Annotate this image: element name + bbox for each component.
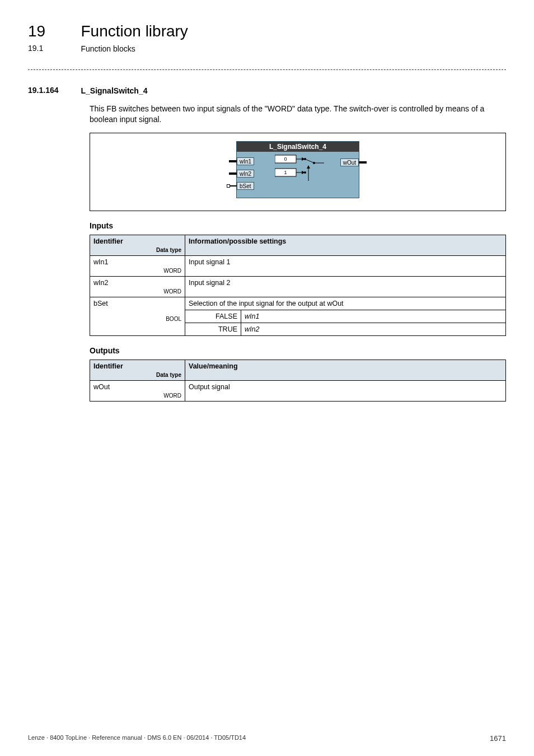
- page-footer: Lenze · 8400 TopLine · Reference manual …: [28, 734, 506, 743]
- cell-info: Input signal 1: [185, 255, 506, 276]
- svg-point-8: [304, 171, 306, 174]
- table-row: wIn2 WORD Input signal 2: [90, 276, 506, 297]
- chapter-header: 19 Function library: [28, 22, 506, 40]
- table-row: wOut WORD Output signal: [90, 380, 506, 401]
- divider: [28, 69, 506, 70]
- subsection-header: 19.1.164 L_SignalSwitch_4: [28, 86, 506, 96]
- cell-info: Output signal: [185, 380, 506, 401]
- section-header: 19.1 Function blocks: [28, 44, 506, 54]
- th-datatype: Data type: [93, 248, 181, 253]
- subsection-title: L_SignalSwitch_4: [81, 86, 147, 95]
- th-text: Identifier: [93, 362, 123, 370]
- switch-pos-0: 0: [284, 156, 287, 162]
- intro-paragraph: This FB switches between two input signa…: [90, 104, 506, 125]
- function-block-title: L_SignalSwitch_4: [237, 142, 359, 152]
- table-row: bSet BOOL Selection of the input signal …: [90, 297, 506, 310]
- th-datatype: Data type: [93, 372, 181, 378]
- switch-icon: 0 1: [275, 154, 325, 182]
- inputs-table: Identifier Data type Information/possibl…: [90, 235, 506, 336]
- cell-val: wIn1: [245, 312, 259, 320]
- cell-val: wIn2: [245, 325, 259, 333]
- switch-pos-1: 1: [284, 170, 287, 175]
- footer-text: Lenze · 8400 TopLine · Reference manual …: [28, 734, 246, 743]
- table-header-info: Information/possible settings: [185, 235, 506, 255]
- svg-point-7: [304, 158, 306, 160]
- cell-name: wOut: [93, 383, 110, 391]
- cell-key: FALSE: [185, 310, 241, 323]
- table-header-identifier: Identifier Data type: [90, 360, 185, 380]
- port-in-wIn1: wIn1: [237, 157, 254, 165]
- port-label: wIn2: [237, 170, 254, 178]
- outputs-heading: Outputs: [90, 346, 506, 355]
- subsection-number: 19.1.164: [28, 86, 78, 95]
- cell-name: wIn1: [93, 258, 108, 266]
- port-label: bSet: [237, 182, 254, 190]
- outputs-table: Identifier Data type Value/meaning wOut …: [90, 360, 506, 402]
- port-label: wIn1: [237, 157, 254, 165]
- svg-line-6: [305, 159, 314, 163]
- th-text: Identifier: [93, 237, 123, 245]
- chapter-number: 19: [28, 22, 78, 40]
- table-header-info: Value/meaning: [185, 360, 506, 380]
- section-title: Function blocks: [81, 44, 135, 53]
- section-number: 19.1: [28, 44, 78, 53]
- table-header-identifier: Identifier Data type: [90, 235, 185, 255]
- page-number: 1671: [490, 734, 506, 743]
- cell-name: wIn2: [93, 279, 108, 287]
- cell-info: Input signal 2: [185, 276, 506, 297]
- inputs-heading: Inputs: [90, 221, 506, 230]
- chapter-title: Function library: [81, 22, 188, 40]
- cell-info: Selection of the input signal for the ou…: [185, 297, 506, 310]
- function-block: L_SignalSwitch_4 wIn1 wOut wIn2: [236, 141, 359, 198]
- cell-type: WORD: [93, 268, 181, 274]
- port-out-wOut: wOut: [340, 158, 359, 166]
- port-in-wIn2: wIn2: [237, 170, 254, 178]
- cell-type: BOOL: [93, 316, 181, 322]
- cell-type: WORD: [93, 393, 181, 399]
- table-row: wIn1 WORD Input signal 1: [90, 255, 506, 276]
- port-label: wOut: [340, 158, 359, 166]
- cell-name: bSet: [93, 300, 108, 307]
- cell-type: WORD: [93, 289, 181, 295]
- port-in-bSet: bSet: [237, 182, 254, 190]
- svg-marker-12: [307, 165, 310, 169]
- block-diagram-frame: L_SignalSwitch_4 wIn1 wOut wIn2: [90, 133, 506, 211]
- cell-key: TRUE: [185, 323, 241, 335]
